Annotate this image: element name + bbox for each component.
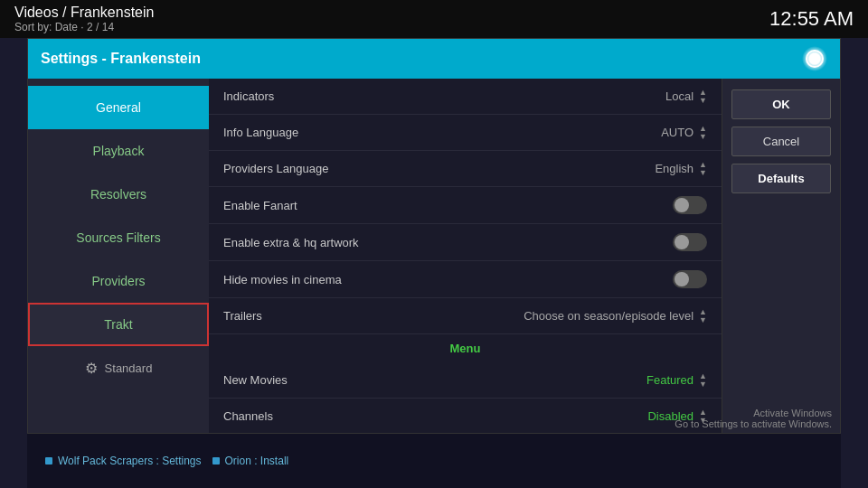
dialog-body: General Playback Resolvers Sources Filte… <box>28 79 840 433</box>
top-bar: Videos / Frankenstein Sort by: Date · 2 … <box>0 0 868 38</box>
value-new-movies: Featured ▲▼ <box>646 372 707 389</box>
bullet-wolf-pack <box>45 457 52 465</box>
sidebar-item-resolvers[interactable]: Resolvers <box>28 173 209 216</box>
toggle-enable-fanart[interactable] <box>673 196 707 214</box>
chevron-trailers[interactable]: ▲▼ <box>699 308 707 324</box>
bottom-item-wolf-pack: Wolf Pack Scrapers : Settings <box>45 455 202 467</box>
dialog-header: Settings - Frankenstein K <box>28 39 840 79</box>
link-wolf-pack[interactable]: Wolf Pack Scrapers : Settings <box>58 455 202 467</box>
sidebar-item-standard[interactable]: ⚙ Standard <box>28 346 209 389</box>
sidebar-label-sources-filters: Sources Filters <box>76 230 160 245</box>
settings-row-providers-language[interactable]: Providers Language English ▲▼ <box>209 151 722 187</box>
toggle-enable-extra-artwork[interactable] <box>673 233 707 251</box>
sidebar-item-trakt[interactable]: Trakt <box>28 303 209 346</box>
kodi-logo: K <box>802 46 827 71</box>
sidebar-label-trakt: Trakt <box>104 317 132 332</box>
chevron-indicators[interactable]: ▲▼ <box>699 89 707 105</box>
label-hide-movies-cinema: Hide movies in cinema <box>223 273 342 286</box>
svg-text:K: K <box>811 54 818 65</box>
bottom-item-orion: Orion : Install <box>212 455 289 467</box>
sidebar-label-general: General <box>96 100 141 115</box>
link-orion[interactable]: Orion : Install <box>225 455 289 467</box>
bottom-area: Wolf Pack Scrapers : Settings Orion : In… <box>27 434 841 488</box>
settings-row-info-language[interactable]: Info Language AUTO ▲▼ <box>209 115 722 151</box>
sidebar-item-playback[interactable]: Playback <box>28 129 209 173</box>
chevron-info-language[interactable]: ▲▼ <box>699 125 707 141</box>
settings-row-trailers[interactable]: Trailers Choose on season/episode level … <box>209 298 722 334</box>
bullet-orion <box>212 457 220 465</box>
settings-row-channels[interactable]: Channels Disabled ▲▼ <box>209 399 722 433</box>
sidebar-item-providers[interactable]: Providers <box>28 259 209 303</box>
activate-line2: Go to Settings to activate Windows. <box>675 418 832 429</box>
sort-info: Sort by: Date · 2 / 14 <box>14 21 154 33</box>
label-enable-fanart: Enable Fanart <box>223 199 297 212</box>
settings-row-hide-movies-cinema[interactable]: Hide movies in cinema <box>209 261 722 298</box>
main-content-area: Indicators Local ▲▼ Info Language AUTO ▲… <box>209 79 722 433</box>
label-channels: Channels <box>223 409 273 423</box>
activate-windows-notice: Activate Windows Go to Settings to activ… <box>675 408 832 429</box>
label-indicators: Indicators <box>223 89 274 103</box>
label-enable-extra-artwork: Enable extra & hq artwork <box>223 236 359 249</box>
defaults-button[interactable]: Defaults <box>731 164 831 193</box>
label-new-movies: New Movies <box>223 373 288 387</box>
toggle-hide-movies-cinema[interactable] <box>673 270 707 288</box>
value-indicators: Local ▲▼ <box>665 89 707 105</box>
activate-line1: Activate Windows <box>675 408 832 418</box>
sidebar-item-sources-filters[interactable]: Sources Filters <box>28 216 209 259</box>
label-info-language: Info Language <box>223 126 298 139</box>
settings-row-enable-extra-artwork[interactable]: Enable extra & hq artwork <box>209 224 722 261</box>
cancel-button[interactable]: Cancel <box>731 127 831 156</box>
sidebar-label-playback: Playback <box>93 144 145 158</box>
breadcrumb-title: Videos / Frankenstein <box>14 5 154 21</box>
value-trailers: Choose on season/episode level ▲▼ <box>524 308 707 324</box>
ok-button[interactable]: OK <box>731 89 831 119</box>
chevron-new-movies[interactable]: ▲▼ <box>699 372 707 389</box>
sidebar-label-providers: Providers <box>91 274 145 288</box>
value-info-language: AUTO ▲▼ <box>661 125 707 141</box>
sidebar-label-standard: Standard <box>105 361 153 375</box>
settings-dialog: Settings - Frankenstein K General Playba… <box>27 38 841 434</box>
chevron-providers-language[interactable]: ▲▼ <box>699 161 707 177</box>
breadcrumb-area: Videos / Frankenstein Sort by: Date · 2 … <box>14 5 154 33</box>
settings-row-enable-fanart[interactable]: Enable Fanart <box>209 187 722 224</box>
section-label-menu: Menu <box>209 334 722 362</box>
action-panel: OK Cancel Defaults <box>722 79 840 433</box>
label-trailers: Trailers <box>223 309 262 323</box>
settings-row-indicators[interactable]: Indicators Local ▲▼ <box>209 79 722 115</box>
settings-row-new-movies[interactable]: New Movies Featured ▲▼ <box>209 362 722 399</box>
dialog-title: Settings - Frankenstein <box>41 51 201 67</box>
sidebar: General Playback Resolvers Sources Filte… <box>28 79 209 433</box>
clock: 12:55 AM <box>769 7 854 31</box>
value-providers-language: English ▲▼ <box>655 161 707 177</box>
gear-icon: ⚙ <box>85 360 98 377</box>
label-providers-language: Providers Language <box>223 162 328 175</box>
sidebar-item-general[interactable]: General <box>28 86 209 129</box>
sidebar-label-resolvers: Resolvers <box>90 187 146 202</box>
